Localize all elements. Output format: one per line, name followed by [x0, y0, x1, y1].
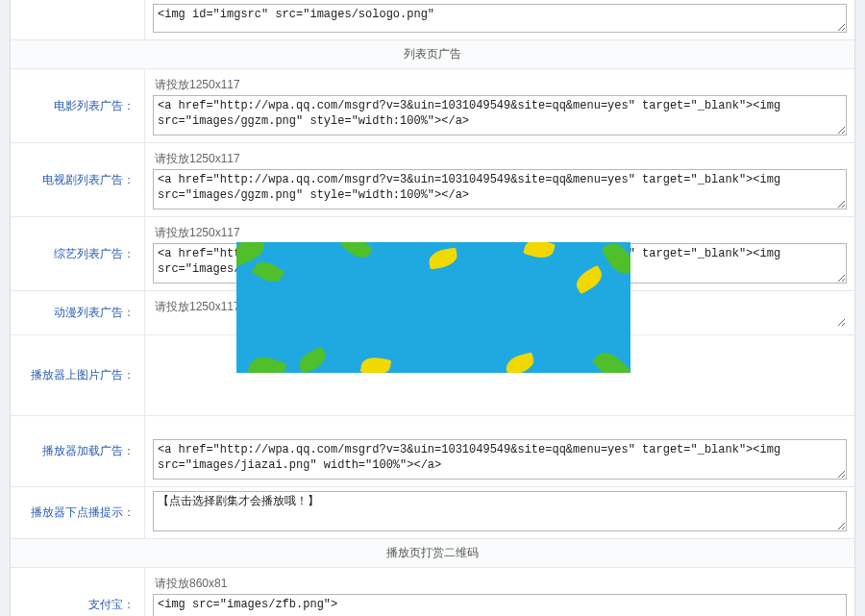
textarea-alipay[interactable] [153, 594, 847, 616]
hint-anime-list: 请投放1250x117 [153, 295, 847, 317]
section-list-page-ads: 列表页广告 [11, 40, 854, 69]
label-tv-list: 电视剧列表广告： [11, 143, 145, 216]
label-alipay: 支付宝： [11, 568, 145, 616]
label-player-top-img: 播放器上图片广告： [11, 335, 145, 415]
label-player-vod-tip: 播放器下点播提示： [11, 487, 145, 538]
section-player-qr: 播放页打赏二维码 [11, 539, 854, 568]
label-variety-list: 综艺列表广告： [11, 217, 145, 290]
hint-variety-list: 请投放1250x117 [153, 221, 847, 243]
hint-movie-list: 请投放1250x117 [153, 73, 847, 95]
textarea-player-loading[interactable] [153, 439, 847, 480]
label-anime-list: 动漫列表广告： [11, 291, 145, 334]
textarea-anime-list[interactable] [153, 318, 847, 328]
textarea-variety-list[interactable] [153, 243, 847, 283]
textarea-movie-list[interactable] [153, 95, 847, 136]
textarea-player-vod-tip[interactable] [153, 491, 847, 531]
textarea-tv-list[interactable] [153, 169, 847, 209]
label-player-loading: 播放器加载广告： [11, 416, 145, 486]
row-label-top [11, 0, 145, 39]
hint-tv-list: 请投放1250x117 [153, 147, 847, 169]
top-textarea[interactable] [153, 4, 847, 33]
label-movie-list: 电影列表广告： [11, 69, 145, 142]
hint-alipay: 请投放860x81 [153, 572, 847, 594]
